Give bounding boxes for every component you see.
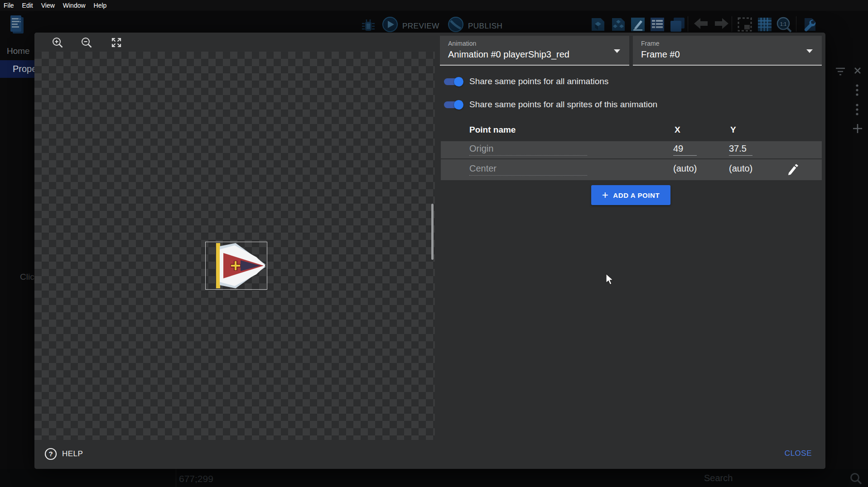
share-points-all-animations-toggle[interactable] — [444, 78, 463, 85]
dialog-footer: ? HELP CLOSE — [34, 440, 825, 469]
properties-panel-header[interactable]: Proper — [0, 60, 34, 78]
sprite-preview-canvas[interactable] — [34, 52, 435, 440]
project-manager-icon[interactable] — [9, 14, 25, 38]
table-row-origin[interactable]: Origin 49 37.5 — [441, 141, 822, 158]
zoom-out-icon[interactable] — [80, 36, 93, 49]
point-name-field[interactable]: Center — [469, 163, 587, 176]
toolbar-divider — [688, 16, 688, 32]
publish-globe-icon[interactable] — [448, 16, 464, 34]
add-a-point-button[interactable]: + ADD A POINT — [591, 185, 670, 205]
help-button[interactable]: ? HELP — [44, 448, 83, 460]
preview-play-icon[interactable] — [382, 16, 398, 34]
column-header-x: X — [675, 125, 680, 135]
zoom-in-icon[interactable] — [51, 36, 64, 49]
sprite-selection-rect[interactable] — [205, 242, 267, 290]
svg-text:?: ? — [48, 450, 53, 458]
share-points-all-sprites-label: Share same points for all sprites of thi… — [469, 100, 657, 110]
object-icon[interactable] — [590, 16, 606, 34]
animation-select[interactable]: Animation Animation #0 playerShip3_red — [440, 36, 629, 66]
chevron-down-icon — [614, 49, 620, 53]
column-header-point-name: Point name — [469, 125, 516, 135]
properties-panel-title: Proper — [13, 64, 34, 74]
mouse-cursor — [605, 273, 614, 288]
player-ship-sprite — [206, 242, 267, 289]
point-name-field[interactable]: Origin — [469, 143, 587, 156]
edit-pencil-toolbar-icon[interactable] — [630, 16, 646, 34]
menu-file[interactable]: File — [4, 2, 14, 9]
share-points-all-animations-label: Share same points for all animations — [469, 76, 608, 86]
status-divider — [176, 469, 176, 487]
add-icon[interactable] — [852, 123, 863, 136]
mask-selection-icon[interactable] — [737, 16, 753, 34]
frame-select-label: Frame — [641, 40, 659, 47]
help-label: HELP — [62, 449, 83, 458]
menu-bar: File Edit View Window Help — [0, 0, 868, 11]
menu-window[interactable]: Window — [63, 2, 86, 9]
close-panel-icon[interactable] — [854, 67, 862, 76]
frame-select-value: Frame #0 — [641, 49, 680, 60]
preview-button[interactable]: PREVIEW — [402, 22, 439, 31]
search-icon[interactable] — [849, 472, 863, 487]
menu-help[interactable]: Help — [94, 2, 107, 9]
fit-to-view-icon[interactable] — [110, 36, 123, 49]
wrench-icon[interactable] — [801, 16, 817, 34]
canvas-toolbar — [34, 33, 435, 52]
more-options-icon[interactable] — [855, 84, 859, 98]
close-button[interactable]: CLOSE — [785, 449, 812, 458]
point-x-field[interactable]: 49 — [673, 143, 697, 156]
svg-text:1:1: 1:1 — [780, 22, 786, 27]
events-list-icon[interactable] — [649, 16, 665, 34]
objects-group-icon[interactable] — [610, 16, 627, 34]
animation-select-label: Animation — [448, 40, 476, 47]
frame-select[interactable]: Frame Frame #0 — [633, 36, 822, 66]
redo-icon[interactable] — [712, 17, 730, 33]
grid-icon[interactable] — [757, 16, 773, 34]
chevron-down-icon — [806, 49, 813, 53]
animation-select-value: Animation #0 playerShip3_red — [448, 49, 569, 60]
point-y-auto: (auto) — [729, 163, 752, 174]
menu-edit[interactable]: Edit — [22, 2, 33, 9]
toggle-knob — [454, 100, 463, 110]
toolbar-divider — [732, 16, 732, 32]
cursor-coordinates: 677;299 — [179, 473, 213, 484]
table-row-center[interactable]: Center (auto) (auto) — [441, 159, 822, 180]
add-a-point-label: ADD A POINT — [613, 191, 660, 199]
edit-points-dialog: Animation Animation #0 playerShip3_red F… — [34, 33, 825, 469]
search-input[interactable] — [703, 473, 812, 484]
undo-icon[interactable] — [692, 17, 710, 33]
share-points-all-sprites-toggle[interactable] — [444, 101, 463, 108]
app-window: File Edit View Window Help PREVIEW PUBLI… — [0, 0, 868, 487]
layers-icon[interactable] — [669, 16, 685, 34]
search-field[interactable] — [703, 473, 812, 484]
menu-view[interactable]: View — [41, 2, 55, 9]
point-x-auto: (auto) — [673, 163, 697, 174]
point-y-field[interactable]: 37.5 — [729, 143, 752, 156]
column-header-y: Y — [730, 125, 736, 135]
publish-button[interactable]: PUBLISH — [468, 22, 502, 31]
canvas-scrollbar[interactable] — [431, 204, 434, 260]
click-hint-text: Click — [20, 272, 34, 284]
toolbar-divider — [796, 16, 796, 32]
plus-icon: + — [602, 191, 609, 200]
filter-icon[interactable] — [835, 67, 846, 78]
help-question-icon: ? — [44, 448, 57, 460]
tab-home[interactable]: Home — [7, 46, 30, 56]
more-options-icon[interactable] — [855, 103, 859, 118]
edit-pencil-icon[interactable] — [785, 162, 799, 178]
toggle-knob — [454, 77, 463, 86]
